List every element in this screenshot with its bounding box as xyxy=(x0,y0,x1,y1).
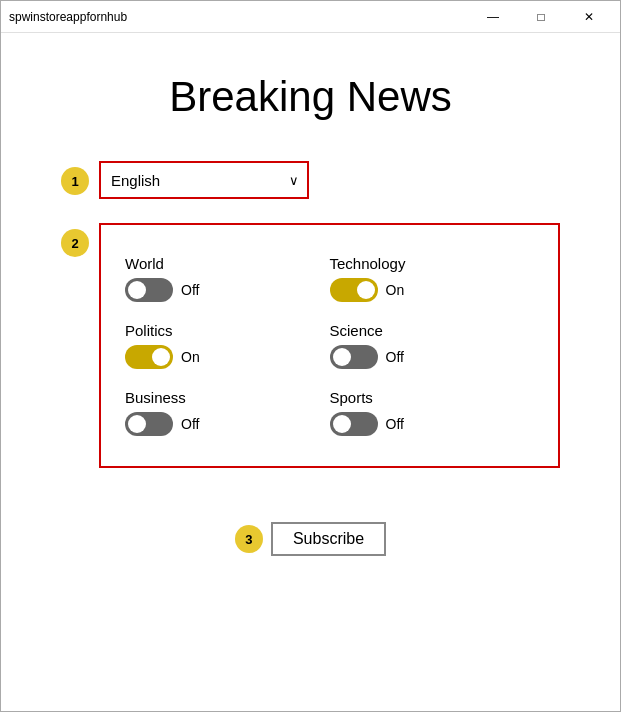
topic-sports-track xyxy=(330,412,378,436)
language-select[interactable]: English Spanish French German Chinese xyxy=(99,161,309,199)
topic-technology-toggle-row: On xyxy=(330,278,535,302)
topic-science-state: Off xyxy=(386,349,404,365)
topic-science-label: Science xyxy=(330,322,535,339)
minimize-button[interactable]: — xyxy=(470,1,516,33)
topic-politics-toggle[interactable] xyxy=(125,345,173,369)
topic-science-toggle-row: Off xyxy=(330,345,535,369)
topic-politics: Politics On xyxy=(125,312,330,379)
title-bar: spwinstoreappfornhub — □ ✕ xyxy=(1,1,620,33)
topic-sports-thumb xyxy=(333,415,351,433)
topic-world-track xyxy=(125,278,173,302)
topic-world: World Off xyxy=(125,245,330,312)
topic-technology: Technology On xyxy=(330,245,535,312)
topic-technology-toggle[interactable] xyxy=(330,278,378,302)
topic-business-state: Off xyxy=(181,416,199,432)
topic-business-toggle[interactable] xyxy=(125,412,173,436)
topic-business-toggle-row: Off xyxy=(125,412,330,436)
topic-sports-toggle-row: Off xyxy=(330,412,535,436)
topics-grid: World Off Tech xyxy=(125,245,534,446)
topic-technology-thumb xyxy=(357,281,375,299)
badge-1: 1 xyxy=(61,167,89,195)
subscribe-wrapper: 3 Subscribe xyxy=(235,522,386,556)
topic-business-track xyxy=(125,412,173,436)
topics-section: 2 World Off xyxy=(61,223,560,468)
topic-world-toggle-row: Off xyxy=(125,278,330,302)
app-window: spwinstoreappfornhub — □ ✕ Breaking News… xyxy=(0,0,621,712)
topic-politics-thumb xyxy=(152,348,170,366)
topic-science-thumb xyxy=(333,348,351,366)
topic-politics-label: Politics xyxy=(125,322,330,339)
topic-politics-track xyxy=(125,345,173,369)
language-select-wrapper: English Spanish French German Chinese xyxy=(99,161,309,199)
topic-business: Business Off xyxy=(125,379,330,446)
topic-science: Science Off xyxy=(330,312,535,379)
topic-science-track xyxy=(330,345,378,369)
maximize-button[interactable]: □ xyxy=(518,1,564,33)
badge-2: 2 xyxy=(61,229,89,257)
subscribe-section: 3 Subscribe xyxy=(61,522,560,556)
topic-technology-label: Technology xyxy=(330,255,535,272)
topic-world-toggle[interactable] xyxy=(125,278,173,302)
topic-world-thumb xyxy=(128,281,146,299)
close-button[interactable]: ✕ xyxy=(566,1,612,33)
topic-world-state: Off xyxy=(181,282,199,298)
topic-sports-state: Off xyxy=(386,416,404,432)
badge-3: 3 xyxy=(235,525,263,553)
main-content: Breaking News 1 English Spanish French G… xyxy=(1,33,620,711)
topic-technology-state: On xyxy=(386,282,405,298)
topic-sports-toggle[interactable] xyxy=(330,412,378,436)
language-section: 1 English Spanish French German Chinese xyxy=(61,161,560,199)
topic-science-toggle[interactable] xyxy=(330,345,378,369)
topic-politics-state: On xyxy=(181,349,200,365)
topic-technology-track xyxy=(330,278,378,302)
window-controls: — □ ✕ xyxy=(470,1,612,33)
app-title: spwinstoreappfornhub xyxy=(9,10,127,24)
topic-world-label: World xyxy=(125,255,330,272)
topic-sports-label: Sports xyxy=(330,389,535,406)
topic-business-label: Business xyxy=(125,389,330,406)
subscribe-button[interactable]: Subscribe xyxy=(271,522,386,556)
page-title: Breaking News xyxy=(169,73,451,121)
topic-politics-toggle-row: On xyxy=(125,345,330,369)
topics-box: World Off Tech xyxy=(99,223,560,468)
topic-business-thumb xyxy=(128,415,146,433)
topic-sports: Sports Off xyxy=(330,379,535,446)
